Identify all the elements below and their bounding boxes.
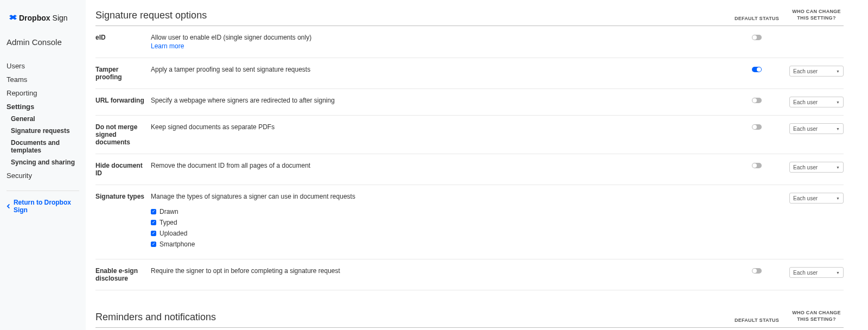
label-merge: Do not merge signed documents	[95, 123, 151, 146]
opt-typed: Typed	[159, 219, 177, 226]
toggle-url[interactable]	[752, 98, 762, 103]
dropdown-merge[interactable]: Each user▼	[789, 123, 844, 134]
section-header-reminders: Reminders and notifications DEFAULT STAT…	[95, 310, 844, 327]
toggle-merge[interactable]	[752, 124, 762, 130]
dropdown-label: Each user	[793, 195, 818, 201]
desc-esign: Require the signer to opt in before comp…	[151, 267, 724, 282]
brand-sub: Sign	[53, 14, 68, 22]
dropdown-label: Each user	[793, 164, 818, 170]
col-default-status: DEFAULT STATUS	[724, 16, 789, 21]
checkbox-drawn[interactable]	[151, 209, 156, 214]
main-content: Signature request options DEFAULT STATUS…	[86, 0, 868, 330]
dropdown-sigtypes[interactable]: Each user▼	[789, 193, 844, 204]
checkbox-uploaded[interactable]	[151, 231, 156, 236]
dropdown-url[interactable]: Each user▼	[789, 97, 844, 107]
opt-smartphone: Smartphone	[159, 240, 195, 248]
dropdown-label: Each user	[793, 99, 818, 105]
return-link[interactable]: Return to Dropbox Sign	[7, 199, 79, 214]
label-tamper: Tamper proofing	[95, 66, 151, 81]
checkbox-smartphone[interactable]	[151, 242, 156, 247]
opt-drawn: Drawn	[159, 208, 178, 215]
checkbox-typed[interactable]	[151, 220, 156, 225]
desc-sigtypes: Manage the types of signatures a signer …	[151, 193, 724, 251]
dropdown-hide[interactable]: Each user▼	[789, 162, 844, 173]
learn-more-eid[interactable]: Learn more	[151, 42, 724, 50]
logo[interactable]: Dropbox Sign	[7, 14, 79, 22]
row-esign: Enable e-sign disclosure Require the sig…	[95, 259, 844, 290]
row-reminders: Signer reminders Reminders will be sent …	[95, 328, 844, 330]
dropdown-esign[interactable]: Each user▼	[789, 267, 844, 278]
nav-settings[interactable]: Settings General Signature requests Docu…	[7, 103, 79, 166]
nav-reporting[interactable]: Reporting	[7, 89, 79, 97]
label-hide: Hide document ID	[95, 162, 151, 177]
dropdown-label: Each user	[793, 126, 818, 132]
label-esign: Enable e-sign disclosure	[95, 267, 151, 282]
caret-down-icon: ▼	[836, 271, 840, 275]
caret-down-icon: ▼	[836, 69, 840, 73]
row-hide-id: Hide document ID Remove the document ID …	[95, 154, 844, 185]
subnav-general[interactable]: General	[11, 115, 79, 123]
desc-tamper: Apply a tamper proofing seal to sent sig…	[151, 66, 724, 81]
nav-users[interactable]: Users	[7, 62, 79, 70]
console-title: Admin Console	[7, 37, 79, 47]
row-merge: Do not merge signed documents Keep signe…	[95, 116, 844, 154]
label-eid: eID	[95, 34, 151, 50]
nav-settings-label: Settings	[7, 103, 34, 111]
subnav-documents-templates[interactable]: Documents and templates	[11, 139, 79, 154]
section-title-reminders: Reminders and notifications	[95, 312, 724, 323]
brand-main: Dropbox	[19, 14, 50, 22]
subnav-signature-requests[interactable]: Signature requests	[11, 127, 79, 135]
dropbox-icon	[9, 14, 17, 22]
row-signature-types: Signature types Manage the types of sign…	[95, 185, 844, 259]
dropdown-tamper[interactable]: Each user▼	[789, 66, 844, 77]
desc-hide: Remove the document ID from all pages of…	[151, 162, 724, 177]
desc-sigtypes-text: Manage the types of signatures a signer …	[151, 193, 355, 200]
chevron-left-icon	[7, 204, 11, 209]
col-who2: WHO CAN CHANGE THIS SETTING?	[789, 310, 844, 322]
row-eid: eID Allow user to enable eID (single sig…	[95, 26, 844, 58]
dropdown-label: Each user	[793, 270, 818, 276]
desc-url: Specify a webpage where signers are redi…	[151, 97, 724, 107]
nav-security[interactable]: Security	[7, 172, 79, 180]
opt-uploaded: Uploaded	[159, 230, 187, 237]
desc-eid-text: Allow user to enable eID (single signer …	[151, 34, 311, 41]
col-who: WHO CAN CHANGE THIS SETTING?	[789, 9, 844, 21]
sidebar: Dropbox Sign Admin Console Users Teams R…	[0, 0, 86, 330]
section-title: Signature request options	[95, 10, 724, 21]
desc-eid: Allow user to enable eID (single signer …	[151, 34, 724, 50]
toggle-tamper[interactable]	[752, 67, 762, 72]
return-link-label: Return to Dropbox Sign	[14, 199, 79, 214]
divider	[7, 191, 79, 191]
nav-teams[interactable]: Teams	[7, 75, 79, 84]
label-sigtypes: Signature types	[95, 193, 151, 251]
col-default-status2: DEFAULT STATUS	[724, 318, 789, 323]
toggle-hide[interactable]	[752, 163, 762, 168]
caret-down-icon: ▼	[836, 127, 840, 131]
row-url-forwarding: URL forwarding Specify a webpage where s…	[95, 89, 844, 116]
label-url: URL forwarding	[95, 97, 151, 107]
toggle-eid[interactable]	[752, 35, 762, 40]
section-header-options: Signature request options DEFAULT STATUS…	[95, 9, 844, 26]
dropdown-label: Each user	[793, 68, 818, 74]
caret-down-icon: ▼	[836, 196, 840, 200]
desc-merge: Keep signed documents as separate PDFs	[151, 123, 724, 146]
toggle-esign[interactable]	[752, 268, 762, 274]
caret-down-icon: ▼	[836, 166, 840, 169]
subnav-syncing-sharing[interactable]: Syncing and sharing	[11, 158, 79, 166]
caret-down-icon: ▼	[836, 100, 840, 104]
row-tamper: Tamper proofing Apply a tamper proofing …	[95, 58, 844, 89]
